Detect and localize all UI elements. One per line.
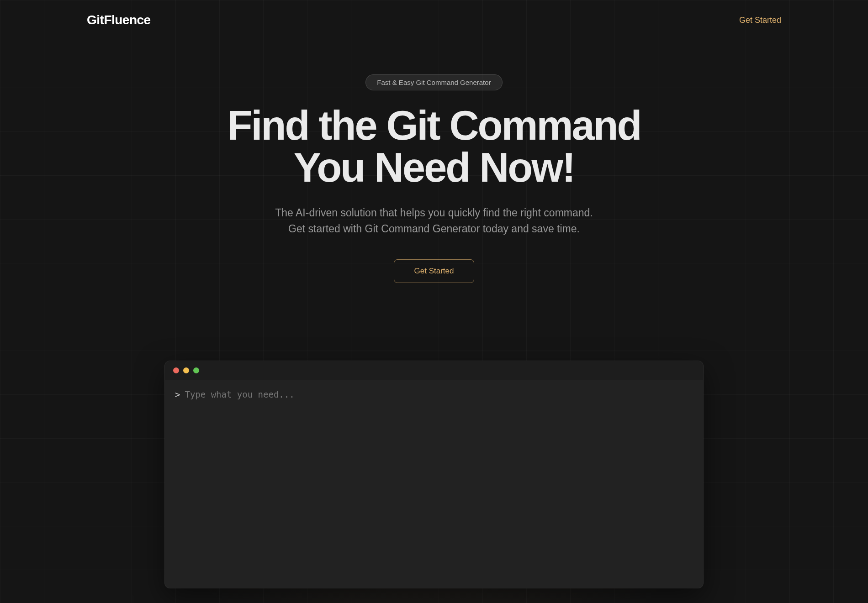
prompt-symbol: > xyxy=(175,389,180,399)
logo[interactable]: GitFluence xyxy=(87,13,151,27)
hero-subtitle: The AI-driven solution that helps you qu… xyxy=(275,205,593,237)
command-input[interactable] xyxy=(185,389,693,399)
get-started-button[interactable]: Get Started xyxy=(394,259,475,283)
terminal: > xyxy=(164,361,704,588)
hero-subtitle-line1: The AI-driven solution that helps you qu… xyxy=(275,207,593,219)
hero-section: Fast & Easy Git Command Generator Find t… xyxy=(0,40,868,283)
get-started-link[interactable]: Get Started xyxy=(739,16,781,25)
terminal-titlebar xyxy=(165,361,703,380)
hero-subtitle-line2: Get started with Git Command Generator t… xyxy=(288,223,580,235)
hero-badge: Fast & Easy Git Command Generator xyxy=(365,74,502,90)
maximize-icon[interactable] xyxy=(193,367,199,373)
header: GitFluence Get Started xyxy=(0,0,868,40)
close-icon[interactable] xyxy=(173,367,179,373)
terminal-body: > xyxy=(165,380,703,588)
hero-title-line2: You Need Now! xyxy=(294,145,574,190)
hero-title: Find the Git Command You Need Now! xyxy=(228,105,641,189)
hero-title-line1: Find the Git Command xyxy=(228,103,641,148)
minimize-icon[interactable] xyxy=(183,367,189,373)
